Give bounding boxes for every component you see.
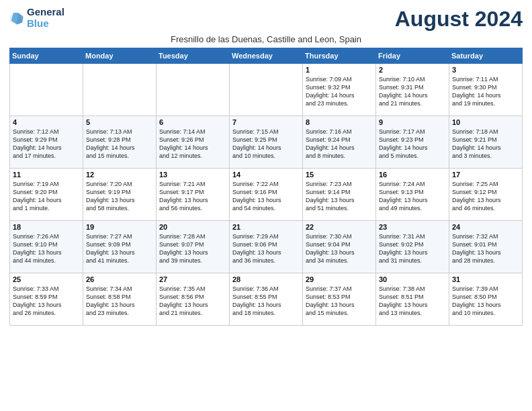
table-row: 8Sunrise: 7:16 AM Sunset: 9:24 PM Daylig…	[303, 116, 376, 169]
day-info: Sunrise: 7:35 AM Sunset: 8:56 PM Dayligh…	[159, 285, 226, 318]
day-number: 9	[379, 118, 446, 126]
calendar-week-row: 11Sunrise: 7:19 AM Sunset: 9:20 PM Dayli…	[10, 169, 523, 221]
table-row: 1Sunrise: 7:09 AM Sunset: 9:32 PM Daylig…	[303, 64, 376, 116]
table-row: 25Sunrise: 7:33 AM Sunset: 8:59 PM Dayli…	[10, 273, 83, 326]
calendar-header-row: Sunday Monday Tuesday Wednesday Thursday…	[10, 48, 523, 64]
day-info: Sunrise: 7:25 AM Sunset: 9:12 PM Dayligh…	[452, 180, 519, 213]
table-row: 30Sunrise: 7:38 AM Sunset: 8:51 PM Dayli…	[376, 273, 449, 326]
day-number: 14	[232, 171, 300, 179]
day-info: Sunrise: 7:11 AM Sunset: 9:30 PM Dayligh…	[452, 75, 519, 108]
day-info: Sunrise: 7:27 AM Sunset: 9:09 PM Dayligh…	[86, 232, 153, 265]
day-number: 20	[159, 223, 226, 231]
day-number: 18	[13, 223, 80, 231]
table-row: 10Sunrise: 7:18 AM Sunset: 9:21 PM Dayli…	[449, 116, 523, 169]
day-info: Sunrise: 7:29 AM Sunset: 9:06 PM Dayligh…	[232, 232, 300, 265]
day-number: 26	[86, 275, 153, 283]
day-info: Sunrise: 7:22 AM Sunset: 9:16 PM Dayligh…	[232, 180, 300, 213]
table-row: 12Sunrise: 7:20 AM Sunset: 9:19 PM Dayli…	[83, 169, 157, 221]
day-info: Sunrise: 7:39 AM Sunset: 8:50 PM Dayligh…	[452, 285, 519, 318]
table-row: 22Sunrise: 7:30 AM Sunset: 9:04 PM Dayli…	[303, 221, 376, 273]
day-number: 7	[232, 118, 300, 126]
day-info: Sunrise: 7:30 AM Sunset: 9:04 PM Dayligh…	[306, 232, 373, 265]
day-info: Sunrise: 7:16 AM Sunset: 9:24 PM Dayligh…	[306, 128, 373, 161]
day-number: 25	[13, 275, 80, 283]
table-row: 19Sunrise: 7:27 AM Sunset: 9:09 PM Dayli…	[83, 221, 157, 273]
day-number: 28	[232, 275, 300, 283]
logo-text: General Blue	[27, 7, 64, 29]
day-info: Sunrise: 7:15 AM Sunset: 9:25 PM Dayligh…	[232, 128, 300, 161]
day-info: Sunrise: 7:36 AM Sunset: 8:55 PM Dayligh…	[232, 285, 300, 318]
day-number: 17	[452, 171, 519, 179]
day-info: Sunrise: 7:26 AM Sunset: 9:10 PM Dayligh…	[13, 232, 80, 265]
logo-icon	[9, 11, 24, 26]
day-number: 10	[452, 118, 519, 126]
day-info: Sunrise: 7:18 AM Sunset: 9:21 PM Dayligh…	[452, 128, 519, 161]
col-wednesday: Wednesday	[230, 48, 303, 64]
day-info: Sunrise: 7:17 AM Sunset: 9:23 PM Dayligh…	[379, 128, 446, 161]
table-row: 6Sunrise: 7:14 AM Sunset: 9:26 PM Daylig…	[157, 116, 230, 169]
table-row: 16Sunrise: 7:24 AM Sunset: 9:13 PM Dayli…	[376, 169, 449, 221]
table-row: 21Sunrise: 7:29 AM Sunset: 9:06 PM Dayli…	[230, 221, 303, 273]
day-info: Sunrise: 7:37 AM Sunset: 8:53 PM Dayligh…	[306, 285, 373, 318]
day-number: 5	[86, 118, 153, 126]
day-number: 15	[306, 171, 373, 179]
header: General Blue August 2024	[9, 7, 523, 32]
table-row	[10, 64, 83, 116]
calendar: Sunday Monday Tuesday Wednesday Thursday…	[9, 48, 523, 326]
day-number: 3	[452, 66, 519, 74]
day-number: 2	[379, 66, 446, 74]
day-number: 22	[306, 223, 373, 231]
col-monday: Monday	[83, 48, 157, 64]
table-row	[157, 64, 230, 116]
month-title: August 2024	[395, 7, 523, 32]
table-row	[83, 64, 157, 116]
day-info: Sunrise: 7:14 AM Sunset: 9:26 PM Dayligh…	[159, 128, 226, 161]
day-info: Sunrise: 7:19 AM Sunset: 9:20 PM Dayligh…	[13, 180, 80, 213]
col-friday: Friday	[376, 48, 449, 64]
calendar-week-row: 4Sunrise: 7:12 AM Sunset: 9:29 PM Daylig…	[10, 116, 523, 169]
day-number: 8	[306, 118, 373, 126]
table-row: 14Sunrise: 7:22 AM Sunset: 9:16 PM Dayli…	[230, 169, 303, 221]
table-row: 28Sunrise: 7:36 AM Sunset: 8:55 PM Dayli…	[230, 273, 303, 326]
day-number: 6	[159, 118, 226, 126]
day-number: 12	[86, 171, 153, 179]
day-number: 31	[452, 275, 519, 283]
day-number: 19	[86, 223, 153, 231]
day-info: Sunrise: 7:34 AM Sunset: 8:58 PM Dayligh…	[86, 285, 153, 318]
day-number: 1	[306, 66, 373, 74]
day-number: 4	[13, 118, 80, 126]
day-number: 21	[232, 223, 300, 231]
subtitle: Fresnillo de las Duenas, Castille and Le…	[9, 34, 523, 44]
table-row: 4Sunrise: 7:12 AM Sunset: 9:29 PM Daylig…	[10, 116, 83, 169]
table-row	[230, 64, 303, 116]
table-row: 15Sunrise: 7:23 AM Sunset: 9:14 PM Dayli…	[303, 169, 376, 221]
day-info: Sunrise: 7:38 AM Sunset: 8:51 PM Dayligh…	[379, 285, 446, 318]
table-row: 17Sunrise: 7:25 AM Sunset: 9:12 PM Dayli…	[449, 169, 523, 221]
day-info: Sunrise: 7:09 AM Sunset: 9:32 PM Dayligh…	[306, 75, 373, 108]
day-info: Sunrise: 7:23 AM Sunset: 9:14 PM Dayligh…	[306, 180, 373, 213]
day-info: Sunrise: 7:20 AM Sunset: 9:19 PM Dayligh…	[86, 180, 153, 213]
page: General Blue August 2024 Fresnillo de la…	[0, 0, 532, 411]
col-saturday: Saturday	[449, 48, 523, 64]
calendar-week-row: 18Sunrise: 7:26 AM Sunset: 9:10 PM Dayli…	[10, 221, 523, 273]
day-number: 11	[13, 171, 80, 179]
logo: General Blue	[9, 7, 64, 29]
day-number: 13	[159, 171, 226, 179]
day-number: 29	[306, 275, 373, 283]
col-thursday: Thursday	[303, 48, 376, 64]
calendar-week-row: 25Sunrise: 7:33 AM Sunset: 8:59 PM Dayli…	[10, 273, 523, 326]
table-row: 3Sunrise: 7:11 AM Sunset: 9:30 PM Daylig…	[449, 64, 523, 116]
day-number: 24	[452, 223, 519, 231]
day-info: Sunrise: 7:13 AM Sunset: 9:28 PM Dayligh…	[86, 128, 153, 161]
table-row: 2Sunrise: 7:10 AM Sunset: 9:31 PM Daylig…	[376, 64, 449, 116]
col-sunday: Sunday	[10, 48, 83, 64]
table-row: 11Sunrise: 7:19 AM Sunset: 9:20 PM Dayli…	[10, 169, 83, 221]
day-number: 16	[379, 171, 446, 179]
calendar-week-row: 1Sunrise: 7:09 AM Sunset: 9:32 PM Daylig…	[10, 64, 523, 116]
table-row: 31Sunrise: 7:39 AM Sunset: 8:50 PM Dayli…	[449, 273, 523, 326]
day-info: Sunrise: 7:12 AM Sunset: 9:29 PM Dayligh…	[13, 128, 80, 161]
day-number: 27	[159, 275, 226, 283]
table-row: 20Sunrise: 7:28 AM Sunset: 9:07 PM Dayli…	[157, 221, 230, 273]
table-row: 29Sunrise: 7:37 AM Sunset: 8:53 PM Dayli…	[303, 273, 376, 326]
day-info: Sunrise: 7:28 AM Sunset: 9:07 PM Dayligh…	[159, 232, 226, 265]
